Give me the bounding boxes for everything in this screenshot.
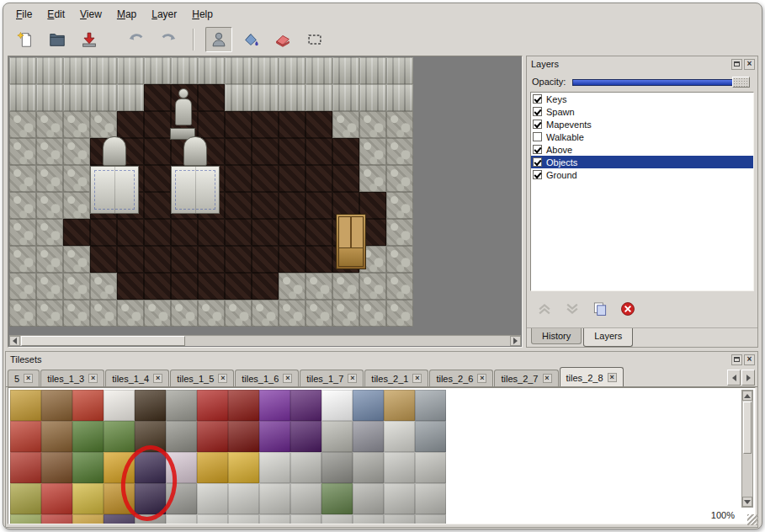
- menu-file[interactable]: File: [8, 6, 40, 23]
- map-tile[interactable]: [359, 138, 386, 165]
- map-tile[interactable]: [117, 84, 144, 111]
- map-tile[interactable]: [305, 57, 332, 84]
- tileset-tab-tiles_1_4[interactable]: tiles_1_4×: [105, 370, 169, 386]
- tab-scroll-left-button[interactable]: [727, 370, 741, 386]
- tileset-tile[interactable]: [72, 514, 104, 524]
- tileset-tab-tiles_1_3[interactable]: tiles_1_3×: [40, 370, 104, 386]
- map-tile[interactable]: [171, 246, 198, 273]
- map-tile[interactable]: [386, 57, 413, 84]
- map-tile[interactable]: [386, 300, 413, 327]
- tileset-tile[interactable]: [72, 452, 104, 483]
- delete-layer-button[interactable]: [619, 300, 639, 320]
- map-tile[interactable]: [279, 219, 305, 246]
- tileset-tile[interactable]: [259, 421, 290, 452]
- tileset-tile[interactable]: [415, 390, 446, 421]
- map-tile[interactable]: [9, 300, 36, 327]
- map-tile[interactable]: [305, 111, 332, 138]
- tileset-tile[interactable]: [384, 421, 415, 452]
- scroll-up-icon[interactable]: [742, 391, 752, 401]
- map-tile[interactable]: [225, 273, 252, 300]
- map-tile[interactable]: [9, 246, 36, 273]
- tileset-tile[interactable]: [104, 514, 135, 524]
- map-tile[interactable]: [63, 273, 90, 300]
- tileset-tile[interactable]: [384, 452, 415, 483]
- tileset-tile[interactable]: [353, 421, 384, 452]
- tileset-tab-tiles_2_1[interactable]: tiles_2_1×: [364, 370, 428, 386]
- map-tile[interactable]: [9, 165, 36, 192]
- map-tile[interactable]: [63, 300, 90, 327]
- map-tile[interactable]: [252, 84, 279, 111]
- map-tile[interactable]: [359, 111, 386, 138]
- map-tile[interactable]: [171, 219, 198, 246]
- tileset-tile[interactable]: [72, 421, 104, 452]
- tileset-tile[interactable]: [321, 390, 353, 421]
- map-tile[interactable]: [386, 111, 413, 138]
- map-tile[interactable]: [198, 219, 225, 246]
- menu-view[interactable]: View: [72, 6, 109, 23]
- map-tile[interactable]: [305, 246, 332, 273]
- map-tile[interactable]: [90, 300, 117, 327]
- select-tool-button[interactable]: [301, 27, 328, 52]
- tileset-vertical-scrollbar[interactable]: [741, 390, 753, 508]
- map-tile[interactable]: [36, 300, 63, 327]
- tileset-tile[interactable]: [72, 483, 104, 514]
- scroll-down-icon[interactable]: [742, 497, 752, 507]
- map-tile[interactable]: [305, 300, 332, 327]
- tileset-tile[interactable]: [104, 390, 135, 421]
- map-tile[interactable]: [225, 138, 252, 165]
- tileset-tile[interactable]: [166, 421, 197, 452]
- layer-row-keys[interactable]: Keys: [531, 93, 753, 105]
- map-tile[interactable]: [252, 165, 279, 192]
- map-tile[interactable]: [386, 246, 413, 273]
- map-tile[interactable]: [144, 111, 171, 138]
- raise-layer-button[interactable]: [535, 300, 555, 320]
- tab-close-icon[interactable]: ×: [608, 373, 617, 382]
- tileset-tile[interactable]: [10, 390, 41, 421]
- tileset-tile[interactable]: [10, 514, 41, 524]
- tileset-tile[interactable]: [415, 514, 446, 524]
- tileset-tile[interactable]: [104, 421, 135, 452]
- map-tile[interactable]: [63, 192, 90, 219]
- menu-help[interactable]: Help: [184, 6, 220, 23]
- tileset-tile[interactable]: [321, 514, 353, 524]
- float-panel-button[interactable]: [731, 59, 742, 70]
- map-tile[interactable]: [90, 57, 117, 84]
- map-tile[interactable]: [144, 165, 171, 192]
- map-tile[interactable]: [117, 246, 144, 273]
- float-panel-button[interactable]: [731, 354, 742, 365]
- layer-visibility-checkbox[interactable]: [533, 170, 542, 179]
- tileset-tile[interactable]: [290, 483, 321, 514]
- map-tile[interactable]: [9, 84, 36, 111]
- tileset-tile[interactable]: [10, 483, 41, 514]
- map-horizontal-scrollbar[interactable]: [9, 335, 521, 346]
- layer-visibility-checkbox[interactable]: [533, 120, 542, 129]
- map-tile[interactable]: [36, 111, 63, 138]
- scrollbar-thumb[interactable]: [21, 336, 185, 346]
- layer-visibility-checkbox[interactable]: [533, 132, 542, 141]
- map-tile[interactable]: [90, 84, 117, 111]
- map-tile[interactable]: [225, 165, 252, 192]
- map-tile[interactable]: [171, 273, 198, 300]
- tileset-tile[interactable]: [10, 421, 41, 452]
- layer-row-walkable[interactable]: Walkable: [531, 130, 753, 143]
- tileset-tile[interactable]: [10, 452, 41, 483]
- map-tile[interactable]: [9, 138, 36, 165]
- map-tile[interactable]: [386, 138, 413, 165]
- close-panel-button[interactable]: ×: [744, 59, 755, 70]
- layer-row-objects[interactable]: Objects: [531, 156, 753, 168]
- tileset-tile[interactable]: [228, 514, 259, 524]
- map-tile[interactable]: [305, 219, 332, 246]
- menu-map[interactable]: Map: [109, 6, 144, 23]
- tileset-tile[interactable]: [321, 452, 353, 483]
- tileset-tile[interactable]: [384, 483, 415, 514]
- tileset-tile[interactable]: [259, 483, 290, 514]
- map-tile[interactable]: [252, 246, 279, 273]
- undo-button[interactable]: [123, 27, 150, 52]
- tileset-tile[interactable]: [259, 514, 290, 524]
- map-tile[interactable]: [279, 84, 305, 111]
- map-tile[interactable]: [386, 273, 413, 300]
- map-tile[interactable]: [144, 84, 171, 111]
- map-tile[interactable]: [225, 192, 252, 219]
- tileset-tile[interactable]: [353, 483, 384, 514]
- tileset-tile[interactable]: [290, 390, 321, 421]
